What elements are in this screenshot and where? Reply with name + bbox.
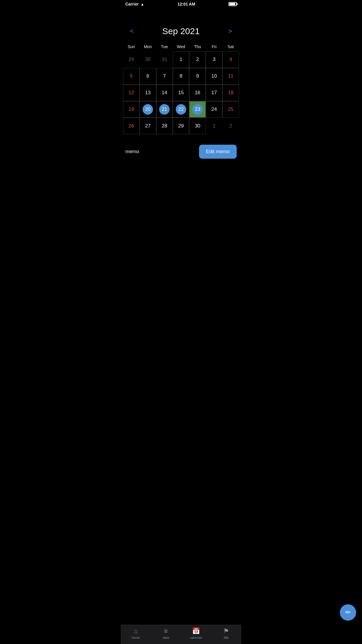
calendar-cell[interactable]: 27: [140, 118, 156, 134]
status-left: Carrier ▲: [125, 2, 144, 6]
day-number: 26: [129, 123, 134, 129]
day-number: 29: [129, 57, 134, 62]
day-number: 15: [178, 90, 184, 96]
calendar-header: < Sep 2021 >: [121, 25, 241, 37]
calendar-cell[interactable]: 20: [140, 101, 156, 118]
calendar-cell[interactable]: 7: [156, 68, 173, 85]
day-header-mon: Mon: [140, 43, 156, 50]
calendar-cell[interactable]: 30: [140, 51, 156, 68]
day-number: 21: [159, 104, 170, 115]
calendar-cell[interactable]: 21: [156, 101, 173, 118]
day-number: 19: [129, 106, 134, 112]
calendar-cell[interactable]: 2: [189, 51, 206, 68]
calendar-cell[interactable]: 10: [206, 68, 222, 85]
day-number: 24: [211, 106, 217, 112]
calendar-cell[interactable]: 26: [123, 118, 140, 134]
day-header-fri: Fri: [206, 43, 222, 50]
carrier-label: Carrier: [125, 2, 139, 6]
status-bar: Carrier ▲ 12:01 AM: [121, 0, 241, 8]
calendar-cell[interactable]: 17: [206, 85, 222, 101]
calendar-cell[interactable]: 16: [189, 85, 206, 101]
day-number: 1: [180, 57, 182, 62]
day-number: 9: [196, 73, 199, 79]
day-headers: Sun Mon Tue Wed Thu Fri Sat: [121, 43, 241, 50]
calendar-cell[interactable]: 12: [123, 85, 140, 101]
calendar-cell[interactable]: 29: [173, 118, 189, 134]
day-number: 14: [162, 90, 167, 96]
day-header-thu: Thu: [189, 43, 206, 50]
memo-label: memo: [125, 149, 139, 155]
battery-icon: [229, 2, 237, 6]
calendar-cell[interactable]: 11: [222, 68, 239, 85]
calendar-cell[interactable]: 30: [189, 118, 206, 134]
day-header-sat: Sat: [222, 43, 239, 50]
day-number: 7: [163, 73, 166, 79]
calendar-cell[interactable]: 19: [123, 101, 140, 118]
calendar-cell[interactable]: 13: [140, 85, 156, 101]
calendar-cell[interactable]: 4: [222, 51, 239, 68]
calendar-cell[interactable]: 24: [206, 101, 222, 118]
time-label: 12:01 AM: [178, 2, 195, 6]
calendar-cell[interactable]: 5: [123, 68, 140, 85]
edit-memo-button[interactable]: Edit memo: [199, 145, 237, 159]
day-number: 5: [130, 73, 133, 79]
month-title: Sep 2021: [162, 26, 200, 36]
calendar-cell[interactable]: 23: [189, 101, 206, 118]
calendar-cell[interactable]: 2: [222, 118, 239, 134]
calendar-cell[interactable]: 8: [173, 68, 189, 85]
calendar-cell[interactable]: 14: [156, 85, 173, 101]
calendar-cell[interactable]: 9: [189, 68, 206, 85]
day-number: 28: [162, 123, 167, 129]
calendar-cell[interactable]: 18: [222, 85, 239, 101]
calendar-cell[interactable]: 31: [156, 51, 173, 68]
day-number: 25: [228, 106, 233, 112]
calendar-cell[interactable]: 6: [140, 68, 156, 85]
day-number: 27: [145, 123, 151, 129]
calendar-cell[interactable]: 29: [123, 51, 140, 68]
day-number: 22: [176, 104, 186, 115]
calendar-cell[interactable]: 3: [206, 51, 222, 68]
memo-section: memo Edit memo: [121, 139, 241, 164]
calendar-cell[interactable]: 15: [173, 85, 189, 101]
day-number: 30: [145, 57, 151, 62]
wifi-icon: ▲: [140, 2, 144, 6]
calendar-cell[interactable]: 22: [173, 101, 189, 118]
day-number: 6: [147, 73, 149, 79]
day-number: 12: [129, 90, 134, 96]
next-month-button[interactable]: >: [226, 25, 234, 37]
day-number: 30: [195, 123, 200, 129]
day-header-tue: Tue: [156, 43, 173, 50]
day-number: 8: [180, 73, 182, 79]
calendar-grid: 2930311234567891011121314151617181920212…: [121, 51, 241, 134]
day-header-sun: Sun: [123, 43, 140, 50]
day-number: 2: [196, 57, 199, 62]
day-number: 18: [228, 90, 233, 96]
day-number: 4: [229, 57, 232, 62]
top-spacer: [121, 8, 241, 25]
day-number: 16: [195, 90, 200, 96]
calendar-cell[interactable]: 1: [173, 51, 189, 68]
day-number: 3: [213, 57, 215, 62]
calendar-cell[interactable]: 25: [222, 101, 239, 118]
prev-month-button[interactable]: <: [128, 25, 136, 37]
day-number: 13: [145, 90, 151, 96]
day-number: 2: [229, 123, 232, 129]
battery-fill: [229, 3, 235, 5]
day-number: 11: [228, 73, 233, 79]
day-header-wed: Wed: [173, 43, 189, 50]
day-number: 29: [178, 123, 184, 129]
day-number: 17: [211, 90, 217, 96]
day-number: 31: [162, 57, 167, 62]
day-number: 20: [143, 104, 153, 115]
day-number: 10: [211, 73, 217, 79]
calendar-cell[interactable]: 1: [206, 118, 222, 134]
day-number: 23: [192, 104, 203, 115]
day-number: 1: [213, 123, 215, 129]
calendar-cell[interactable]: 28: [156, 118, 173, 134]
